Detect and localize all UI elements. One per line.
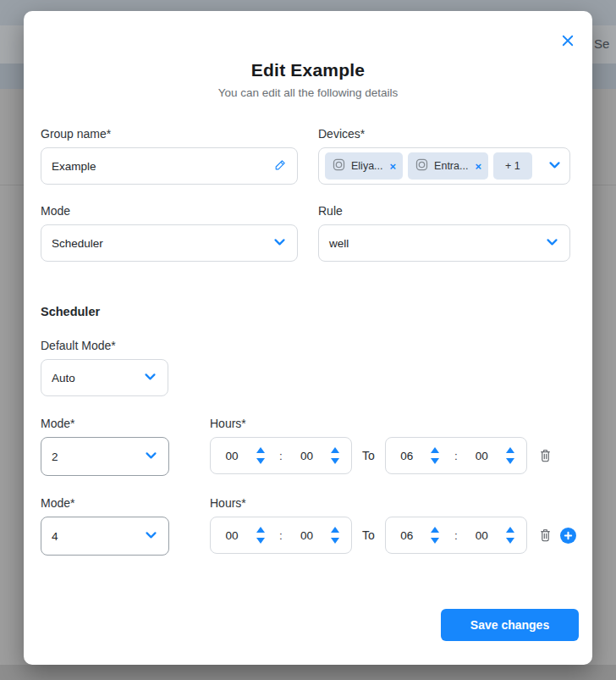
default-mode-select[interactable]: Auto	[41, 359, 168, 396]
dialog-subtitle: You can edit all the following details	[24, 86, 592, 99]
row-mode-select[interactable]: 4	[41, 517, 169, 556]
to-label: To	[362, 449, 375, 462]
hour-stepper[interactable]	[256, 527, 265, 544]
mode-select[interactable]: Scheduler	[41, 224, 298, 262]
devices-multiselect[interactable]: Eliya... × Entra... ×	[318, 147, 570, 185]
time-separator: :	[279, 450, 283, 462]
from-hour-value[interactable]: 00	[223, 529, 241, 542]
minute-stepper[interactable]	[331, 447, 339, 464]
to-hour-value[interactable]: 06	[398, 529, 416, 542]
chevron-down-icon	[144, 448, 158, 465]
step-up-icon[interactable]	[256, 447, 265, 453]
time-from-input[interactable]: 00 : 00	[210, 517, 352, 554]
close-button[interactable]	[558, 33, 577, 52]
scheduler-heading: Scheduler	[41, 305, 592, 318]
delete-row-button[interactable]	[539, 449, 552, 462]
rule-label: Rule	[318, 204, 570, 218]
device-icon	[332, 158, 346, 174]
chevron-down-icon	[545, 235, 559, 252]
step-up-icon[interactable]	[506, 447, 514, 453]
step-up-icon[interactable]	[331, 527, 339, 533]
minute-stepper[interactable]	[506, 527, 514, 544]
pencil-icon[interactable]	[274, 158, 287, 174]
save-changes-button[interactable]: Save changes	[441, 609, 579, 641]
remove-device-icon[interactable]: ×	[475, 161, 481, 172]
hour-stepper[interactable]	[431, 527, 439, 544]
more-devices-label: + 1	[505, 160, 520, 172]
from-minute-value[interactable]: 00	[297, 450, 316, 462]
chevron-down-icon	[144, 528, 158, 545]
remove-device-icon[interactable]: ×	[390, 161, 397, 172]
edit-form: Group name* Example Devices*	[24, 127, 592, 262]
step-up-icon[interactable]	[431, 527, 439, 533]
from-minute-value[interactable]: 00	[297, 529, 316, 542]
trash-icon	[539, 449, 552, 462]
chevron-down-icon[interactable]	[547, 158, 562, 174]
row-mode-value: 2	[52, 451, 144, 463]
step-down-icon[interactable]	[331, 538, 339, 544]
default-mode-value: Auto	[52, 372, 143, 384]
rule-select[interactable]: well	[318, 224, 570, 262]
step-up-icon[interactable]	[331, 447, 339, 453]
step-up-icon[interactable]	[256, 527, 265, 533]
step-down-icon[interactable]	[431, 458, 439, 464]
time-separator: :	[279, 529, 283, 542]
hour-stepper[interactable]	[256, 447, 265, 464]
time-separator: :	[454, 450, 458, 462]
hours-label: Hours*	[210, 417, 552, 430]
group-name-label: Group name*	[41, 127, 298, 141]
mode-value: Scheduler	[52, 237, 272, 250]
device-chip[interactable]: Entra... ×	[408, 152, 488, 180]
device-icon	[415, 158, 429, 174]
row-mode-value: 4	[52, 530, 144, 543]
step-up-icon[interactable]	[506, 527, 514, 533]
devices-label: Devices*	[318, 127, 570, 141]
rule-value: well	[329, 237, 545, 250]
to-minute-value[interactable]: 00	[472, 529, 491, 542]
edit-example-dialog: Edit Example You can edit all the follow…	[24, 11, 592, 665]
add-row-button[interactable]	[560, 528, 576, 544]
to-label: To	[362, 528, 375, 542]
chevron-down-icon	[143, 369, 157, 386]
to-minute-value[interactable]: 00	[472, 450, 491, 462]
time-separator: :	[454, 529, 458, 542]
more-devices-chip[interactable]: + 1	[493, 152, 532, 180]
from-hour-value[interactable]: 00	[223, 450, 241, 462]
time-to-input[interactable]: 06 : 00	[385, 437, 527, 474]
step-up-icon[interactable]	[431, 447, 439, 453]
step-down-icon[interactable]	[506, 458, 514, 464]
row-mode-label: Mode*	[41, 496, 169, 510]
trash-icon	[539, 528, 552, 542]
step-down-icon[interactable]	[506, 538, 514, 544]
mode-label: Mode	[41, 204, 298, 218]
close-icon	[560, 33, 575, 52]
backdrop-footer-band	[0, 665, 616, 680]
dialog-title: Edit Example	[24, 60, 592, 80]
minute-stepper[interactable]	[331, 527, 339, 544]
row-mode-select[interactable]: 2	[41, 437, 169, 476]
row-mode-label: Mode*	[41, 417, 169, 430]
group-name-value: Example	[52, 160, 274, 173]
step-down-icon[interactable]	[256, 538, 265, 544]
step-down-icon[interactable]	[256, 458, 265, 464]
device-chip[interactable]: Eliya... ×	[325, 152, 403, 180]
delete-row-button[interactable]	[539, 528, 552, 542]
scheduler-row: Mode* 2 Hours* 00 : 00 T	[41, 417, 592, 476]
to-hour-value[interactable]: 06	[398, 450, 416, 462]
default-mode-label: Default Mode*	[41, 339, 592, 352]
plus-icon	[564, 531, 573, 540]
backdrop-search-text: Se	[594, 35, 616, 53]
scheduler-row: Mode* 4 Hours* 00 : 00 T	[41, 496, 592, 556]
group-name-input[interactable]: Example	[41, 147, 298, 185]
chevron-down-icon	[272, 235, 287, 252]
step-down-icon[interactable]	[331, 458, 339, 464]
device-chip-label: Eliya...	[351, 160, 383, 172]
minute-stepper[interactable]	[506, 447, 514, 464]
time-from-input[interactable]: 00 : 00	[210, 437, 352, 474]
time-to-input[interactable]: 06 : 00	[385, 517, 527, 554]
hour-stepper[interactable]	[431, 447, 439, 464]
device-chip-label: Entra...	[434, 160, 468, 172]
hours-label: Hours*	[210, 496, 576, 510]
step-down-icon[interactable]	[431, 538, 439, 544]
